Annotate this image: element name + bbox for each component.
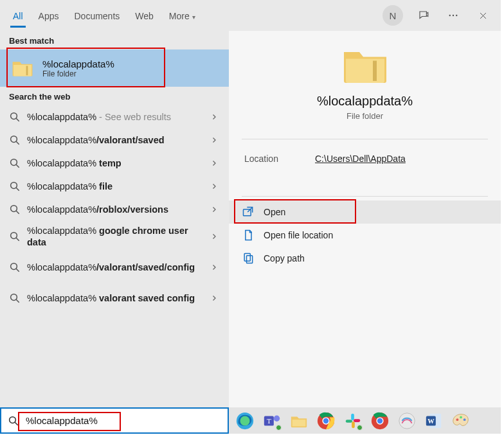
search-tabs: All Apps Documents Web More▾ N <box>0 0 501 31</box>
chevron-right-icon[interactable] <box>207 113 221 121</box>
svg-rect-22 <box>292 420 306 426</box>
taskbar-explorer-icon[interactable] <box>289 411 309 431</box>
divider <box>242 196 488 197</box>
svg-rect-28 <box>352 421 355 427</box>
preview-pane: %localappdata% File folder Location C:\U… <box>229 31 501 407</box>
svg-point-16 <box>10 416 16 423</box>
web-result-label: %localappdata% google chrome user data <box>27 225 207 248</box>
file-location-icon <box>242 229 255 242</box>
taskbar-edge-icon[interactable] <box>235 411 255 431</box>
chevron-right-icon[interactable] <box>207 206 221 213</box>
action-label: Copy path <box>264 253 305 263</box>
chevron-right-icon[interactable] <box>207 294 221 302</box>
preview-title: %localappdata% <box>317 94 413 109</box>
copy-icon <box>242 252 255 265</box>
web-result-item[interactable]: %localappdata%/valorant/saved <box>0 129 229 152</box>
chevron-right-icon[interactable] <box>207 233 221 240</box>
svg-point-7 <box>11 182 17 189</box>
web-result-label: %localappdata%/valorant/saved/config <box>27 262 207 273</box>
user-avatar[interactable]: N <box>382 5 403 26</box>
svg-point-11 <box>11 294 17 301</box>
svg-rect-26 <box>351 413 354 420</box>
web-result-item[interactable]: %localappdata% valorant saved config <box>0 283 229 314</box>
web-results-list: %localappdata% - See web results%localap… <box>0 105 229 314</box>
results-pane: Best match %localappdata% File folder Se… <box>0 31 229 407</box>
search-icon <box>9 292 21 304</box>
folder-icon <box>12 59 33 77</box>
action-open[interactable]: Open <box>229 200 501 224</box>
web-result-item[interactable]: %localappdata%/valorant/saved/config <box>0 252 229 283</box>
svg-point-9 <box>11 233 17 239</box>
search-icon <box>9 157 21 169</box>
search-icon <box>9 181 21 192</box>
search-input[interactable] <box>26 415 221 426</box>
action-open-location[interactable]: Open file location <box>229 224 501 247</box>
chevron-right-icon[interactable] <box>207 182 221 190</box>
svg-point-33 <box>399 413 415 428</box>
close-button[interactable] <box>474 6 492 24</box>
search-icon <box>9 262 21 273</box>
search-bar[interactable] <box>0 407 229 434</box>
svg-rect-27 <box>346 420 352 423</box>
svg-point-2 <box>456 15 457 16</box>
web-result-label: %localappdata%/roblox/versions <box>27 204 207 215</box>
svg-rect-3 <box>26 66 28 76</box>
svg-point-6 <box>11 159 17 166</box>
search-icon <box>8 415 19 427</box>
svg-point-5 <box>11 136 17 143</box>
search-icon <box>9 134 21 146</box>
taskbar-chrome-icon[interactable] <box>316 411 336 431</box>
preview-subtitle: File folder <box>346 111 383 121</box>
taskbar-slack-icon[interactable] <box>343 411 363 431</box>
svg-rect-15 <box>247 256 253 263</box>
taskbar-teams-icon[interactable]: T <box>262 411 282 431</box>
best-match-subtitle: File folder <box>42 69 114 78</box>
svg-text:T: T <box>267 416 271 424</box>
svg-rect-29 <box>354 419 360 422</box>
taskbar-paint-icon[interactable] <box>451 411 471 431</box>
svg-point-1 <box>453 15 454 16</box>
chevron-right-icon[interactable] <box>207 159 221 167</box>
svg-rect-14 <box>244 254 250 262</box>
open-icon <box>242 206 255 218</box>
svg-point-25 <box>323 418 328 423</box>
svg-point-18 <box>240 416 250 425</box>
action-label: Open file location <box>264 230 333 240</box>
web-result-item[interactable]: %localappdata%/roblox/versions <box>0 198 229 221</box>
tab-apps[interactable]: Apps <box>31 3 67 28</box>
web-result-item[interactable]: %localappdata% - See web results <box>0 105 229 129</box>
web-result-item[interactable]: %localappdata% google chrome user data <box>0 221 229 252</box>
feedback-icon[interactable] <box>415 6 433 24</box>
svg-rect-12 <box>373 61 377 82</box>
more-options-icon[interactable] <box>444 6 462 24</box>
tab-more[interactable]: More▾ <box>161 3 203 28</box>
web-result-label: %localappdata% valorant saved config <box>27 292 207 304</box>
chevron-down-icon: ▾ <box>192 13 195 21</box>
location-link[interactable]: C:\Users\Dell\AppData <box>315 154 406 164</box>
location-label: Location <box>244 154 315 164</box>
chevron-right-icon[interactable] <box>207 263 221 271</box>
search-web-header: Search the web <box>0 87 229 105</box>
action-copy-path[interactable]: Copy path <box>229 247 501 270</box>
svg-text:W: W <box>428 417 435 424</box>
web-result-item[interactable]: %localappdata% file <box>0 175 229 198</box>
taskbar: T W <box>229 407 501 434</box>
web-result-item[interactable]: %localappdata% temp <box>0 152 229 175</box>
tab-all[interactable]: All <box>5 3 31 28</box>
taskbar-word-icon[interactable]: W <box>424 411 444 431</box>
taskbar-chrome-canary-icon[interactable] <box>370 411 390 431</box>
web-result-label: %localappdata% file <box>27 181 207 192</box>
folder-icon <box>342 46 388 85</box>
svg-point-39 <box>464 418 466 421</box>
svg-point-38 <box>460 416 462 418</box>
best-match-item[interactable]: %localappdata% File folder <box>0 49 229 87</box>
best-match-title: %localappdata% <box>42 58 114 69</box>
svg-point-21 <box>274 415 280 421</box>
best-match-header: Best match <box>0 31 229 49</box>
tab-web[interactable]: Web <box>127 3 161 28</box>
chevron-right-icon[interactable] <box>207 136 221 144</box>
svg-point-37 <box>456 418 459 421</box>
web-result-label: %localappdata% temp <box>27 157 207 169</box>
taskbar-app-icon[interactable] <box>397 411 417 431</box>
tab-documents[interactable]: Documents <box>66 3 127 28</box>
